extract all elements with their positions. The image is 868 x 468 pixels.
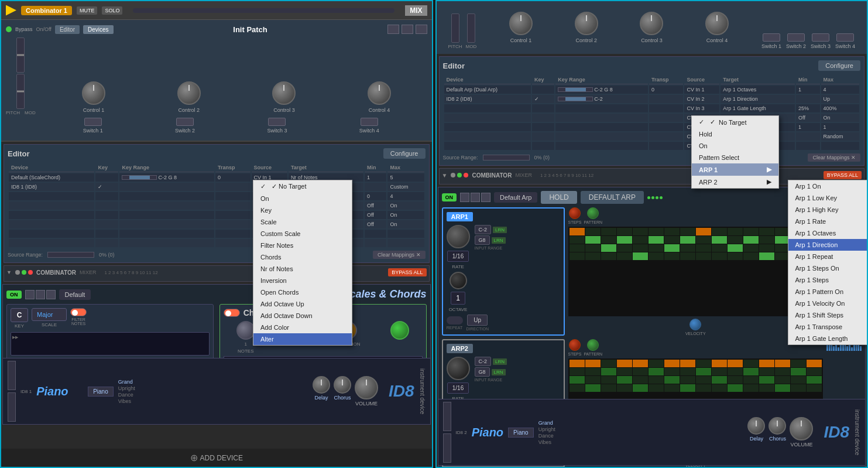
right-preset-grand[interactable]: Grand [538,420,555,426]
hold-button[interactable]: HOLD [541,191,577,204]
mute-button[interactable]: MUTE [77,6,98,15]
chords-toggle[interactable] [224,309,240,317]
arp2-cell-1-10[interactable] [728,368,743,375]
arp2-cell-3-0[interactable] [569,384,585,392]
right-clear-mappings-button[interactable]: Clear Mappings ✕ [808,153,860,162]
arp2-cell-2-0[interactable] [569,376,585,384]
id8-slider-2[interactable] [8,392,16,422]
arp2-cell-0-14[interactable] [791,360,806,367]
arp2-cell-2-10[interactable] [728,376,743,384]
arp1-cell-0-11[interactable] [743,228,759,235]
arp1-cell-0-0[interactable] [569,228,585,235]
arp1-high-lrn[interactable]: LRN [492,237,506,244]
arp1-cell-1-11[interactable] [743,236,759,244]
arp2-cell-0-10[interactable] [728,360,743,367]
arp-device-name[interactable]: Default Arp [494,192,537,203]
arp1-cell-0-7[interactable] [680,228,695,235]
arp1-cell-2-7[interactable] [680,244,695,252]
right-mod-slider[interactable] [467,13,475,43]
submenu-arp1-rate[interactable]: Arp 1 Rate [788,216,869,227]
arp1-cell-0-2[interactable] [601,228,616,235]
delay-knob[interactable] [313,376,330,394]
mod-slider[interactable] [16,74,25,109]
arp2-knob[interactable] [447,357,470,380]
submenu-arp1-transpose[interactable]: Arp 1 Transpose [788,321,869,333]
arp1-cell-3-5[interactable] [649,252,664,260]
filter-notes-toggle[interactable] [70,308,87,316]
arp2-cell-2-13[interactable] [775,376,790,384]
submenu-arp1-on[interactable]: Arp 1 On [788,180,869,192]
arp2-cell-1-3[interactable] [617,368,632,375]
arp2-cell-3-9[interactable] [712,384,727,392]
pitch-slider[interactable] [16,37,25,73]
arp2-cell-1-12[interactable] [759,368,774,375]
arp1-cell-1-4[interactable] [633,236,648,244]
submenu-arp1-pattern-on[interactable]: Arp 1 Pattern On [788,286,869,298]
arp1-cell-3-4[interactable] [633,252,648,260]
right-switch-box-2[interactable] [787,33,805,42]
arp2-cell-3-1[interactable] [585,384,601,392]
arp1-low-note[interactable]: C-2 [475,225,492,234]
arp2-cell-3-8[interactable] [696,384,711,392]
submenu-arp1-velocity-on[interactable]: Arp 1 Velocity On [788,298,869,309]
left-dropdown-item-1[interactable]: On [253,193,352,204]
submenu-arp1-steps-on[interactable]: Arp 1 Steps On [788,262,869,274]
arp1-cell-0-1[interactable] [585,228,601,235]
arp2-cell-2-3[interactable] [617,376,632,384]
arp2-high-note[interactable]: G8 [475,367,490,377]
arp1-cell-1-12[interactable] [759,236,774,244]
configure-button[interactable]: Configure [383,148,426,159]
arp1-cell-1-1[interactable] [585,236,601,244]
expand-button-1[interactable] [387,25,399,34]
arp2-cell-0-15[interactable] [807,360,822,367]
arp1-cell-3-7[interactable] [680,252,695,260]
arp2-cell-0-13[interactable] [775,360,790,367]
device-button-c[interactable] [46,290,56,299]
arp1-cell-2-5[interactable] [649,244,664,252]
right-preset-dance[interactable]: Dance [538,433,555,439]
arp2-cell-2-6[interactable] [664,376,680,384]
arp1-cell-2-2[interactable] [601,244,616,252]
control-knob-1[interactable] [82,81,105,105]
arp1-cell-2-12[interactable] [759,244,774,252]
arp2-cell-2-12[interactable] [759,376,774,384]
right-preset-upright[interactable]: Upright [538,426,555,432]
right-switch-box-1[interactable] [763,33,780,42]
dropdown-pattern-select[interactable]: Pattern Select [692,152,778,163]
submenu-arp1-shift-steps[interactable]: Arp 1 Shift Steps [788,309,869,321]
arp2-cell-1-8[interactable] [696,368,711,375]
left-dropdown-item-2[interactable]: Key [253,204,352,216]
arp2-cell-3-13[interactable] [775,384,790,392]
left-dropdown-item-12[interactable]: Add Color [253,322,352,333]
arp2-cell-0-1[interactable] [585,360,601,367]
arp2-low-note[interactable]: C-2 [475,357,492,366]
arp2-cell-3-15[interactable] [807,384,822,392]
preset-vibes[interactable]: Vibes [118,398,135,404]
dropdown-no-target[interactable]: ✓ No Target [692,116,778,128]
arp1-knob[interactable] [447,225,470,248]
arp-on-button[interactable]: ON [442,193,457,201]
arp1-cell-2-11[interactable] [743,244,759,252]
arp2-low-lrn[interactable]: LRN [493,358,507,365]
right-pitch-slider[interactable] [451,13,459,43]
left-dropdown-item-11[interactable]: Add Octave Down [253,310,352,322]
id8-slider-1[interactable] [8,361,16,390]
switch-1[interactable] [84,118,102,126]
arp1-cell-3-3[interactable] [617,252,632,260]
volume-knob[interactable] [355,376,378,399]
arp1-cell-1-3[interactable] [617,236,632,244]
arp2-cell-0-8[interactable] [696,360,711,367]
arp2-cell-2-15[interactable] [807,376,822,384]
arp2-steps-knob[interactable] [569,339,581,351]
id8-right-delay-knob[interactable] [747,417,765,435]
right-preset-vibes[interactable]: Vibes [538,439,555,445]
id8-right-slider-1[interactable] [443,402,451,431]
left-dropdown-item-9[interactable]: Open Chords [253,286,352,298]
dropdown-arp1[interactable]: ARP 1 [692,163,778,176]
left-dropdown-item-6[interactable]: Chords [253,251,352,263]
arp2-cell-1-1[interactable] [585,368,601,375]
switch-2[interactable] [176,118,194,126]
arp1-cell-3-0[interactable] [569,252,585,260]
arp2-cell-2-5[interactable] [649,376,664,384]
solo-button[interactable]: SOLO [102,6,122,15]
